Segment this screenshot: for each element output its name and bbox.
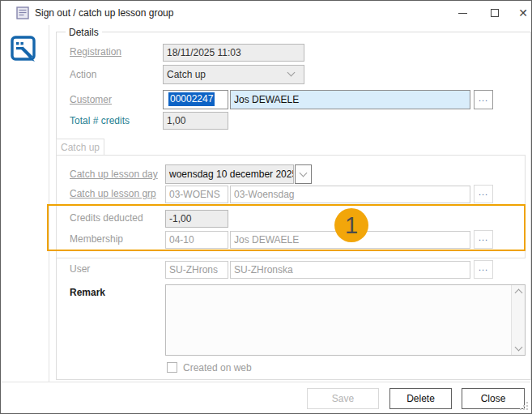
created-on-web-checkbox[interactable] — [167, 362, 177, 373]
minimize-button[interactable] — [445, 1, 479, 25]
resize-grip[interactable] — [519, 401, 529, 411]
title-bar: Sign out / catch up lesson group ✕ — [1, 1, 531, 25]
close-dialog-button[interactable]: Close — [462, 388, 525, 409]
created-on-web-label: Created on web — [183, 362, 252, 373]
user-label: User — [70, 263, 90, 275]
delete-button[interactable]: Delete — [389, 388, 452, 409]
action-dropdown[interactable]: Catch up — [163, 65, 304, 84]
registration-field[interactable]: 18/11/2025 11:03 — [163, 44, 304, 62]
scroll-up-icon — [514, 289, 522, 297]
registration-label[interactable]: Registration — [70, 46, 121, 58]
tab-catch-up[interactable]: Catch up — [56, 139, 104, 156]
annotation-badge-1: 1 — [334, 208, 368, 242]
lesson-grp-code-field[interactable]: 03-WOENS — [165, 186, 228, 203]
dialog-window: Sign out / catch up lesson group ✕ Detai… — [0, 0, 532, 414]
customer-code-selected-text: 00002247 — [168, 92, 215, 106]
window-title: Sign out / catch up lesson group — [35, 7, 173, 19]
lesson-day-label[interactable]: Catch up lesson day — [70, 169, 158, 180]
user-name-field[interactable]: SU-ZHronska — [230, 261, 470, 279]
lesson-day-chevron-down-icon — [300, 169, 308, 177]
remark-label: Remark — [70, 287, 105, 298]
scroll-up-button[interactable] — [512, 285, 525, 298]
annotation-highlight-box — [47, 204, 526, 251]
footer-separator — [2, 382, 532, 382]
window-document-icon — [16, 6, 29, 19]
lesson-day-combobox[interactable]: woensdag 10 december 2025 — [165, 164, 294, 184]
lesson-day-dropdown-button[interactable] — [295, 164, 312, 184]
close-button[interactable]: ✕ — [506, 1, 532, 25]
customer-name-field[interactable]: Jos DEWAELE — [230, 90, 470, 109]
customer-browse-button[interactable]: ... — [474, 90, 493, 109]
customer-label[interactable]: Customer — [70, 94, 112, 105]
total-credits-label: Total # credits — [70, 115, 130, 126]
left-sidebar — [1, 25, 49, 382]
close-icon: ✕ — [518, 7, 528, 19]
minimize-icon — [458, 13, 467, 14]
details-legend: Details — [66, 27, 102, 38]
remark-textarea[interactable] — [165, 284, 526, 356]
save-button[interactable]: Save — [307, 388, 379, 409]
edit-form-icon — [10, 35, 40, 66]
lesson-grp-label[interactable]: Catch up lesson grp — [70, 188, 156, 199]
scroll-down-button[interactable] — [512, 342, 525, 355]
action-label: Action — [70, 69, 96, 80]
user-browse-button[interactable]: ... — [474, 260, 493, 279]
scroll-down-icon — [514, 344, 522, 352]
customer-code-field[interactable]: 00002247 — [163, 90, 228, 109]
user-code-field[interactable]: SU-ZHrons — [165, 261, 228, 279]
remark-scrollbar[interactable] — [511, 285, 525, 355]
maximize-icon — [491, 9, 499, 17]
total-credits-field[interactable]: 1,00 — [163, 112, 228, 130]
lesson-grp-browse-button[interactable]: ... — [474, 185, 493, 203]
lesson-grp-name-field[interactable]: 03-Woensdag — [230, 186, 470, 203]
